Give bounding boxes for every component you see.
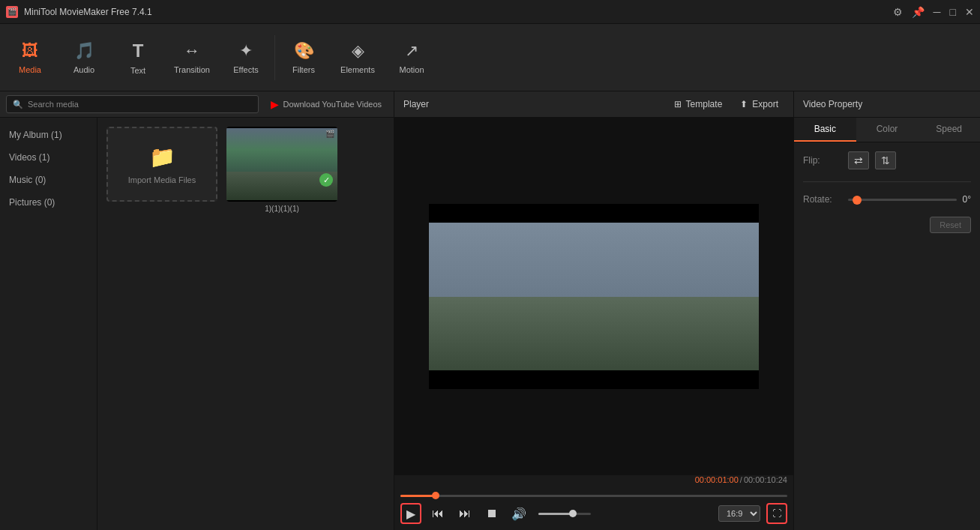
video-thumb-1[interactable]: 🎬 ✓ (226, 127, 337, 202)
time-separator: / (740, 475, 742, 484)
toolbar-media[interactable]: 🖼 Media (3, 28, 57, 88)
rotate-property-row: Rotate: 0° (803, 194, 971, 205)
settings-icon[interactable]: ⚙ (893, 6, 903, 18)
toolbar-divider (274, 35, 275, 80)
volume-slider[interactable] (538, 513, 591, 515)
rotate-value: 0° (963, 194, 971, 205)
media-content: 📁 Import Media Files 🎬 ✓ 1)(1)(1)(1) (97, 118, 394, 530)
main-layout: 🔍 Search media ▶ Download YouTube Videos… (0, 91, 980, 530)
motion-icon: ↗ (405, 41, 418, 61)
search-icon: 🔍 (13, 100, 23, 109)
flip-controls: ⇄ ⇅ (848, 151, 971, 169)
minimize-button[interactable]: ─ (934, 6, 941, 18)
left-panel: 🔍 Search media ▶ Download YouTube Videos… (0, 91, 394, 530)
audio-label: Audio (73, 65, 94, 74)
maximize-button[interactable]: □ (950, 6, 956, 18)
volume-button[interactable]: 🔊 (508, 503, 529, 524)
scene-sky (429, 223, 759, 297)
transition-label: Transition (174, 65, 210, 74)
right-panel: Video Property Basic Color Speed Flip: ⇄… (794, 91, 980, 530)
effects-label: Effects (233, 65, 258, 74)
tab-speed[interactable]: Speed (918, 118, 980, 142)
scene-letterbox-bottom (429, 370, 759, 389)
pin-icon[interactable]: 📌 (912, 6, 925, 18)
fullscreen-button[interactable]: ⛶ (766, 503, 787, 524)
template-icon: ⊞ (674, 99, 682, 109)
right-panel-header: Video Property (794, 91, 980, 118)
media-search-bar: 🔍 Search media ▶ Download YouTube Videos (0, 91, 394, 118)
app-title: MiniTool MovieMaker Free 7.4.1 (24, 7, 152, 17)
player-header-right: ⊞ Template ⬆ Export (668, 96, 784, 112)
search-placeholder: Search media (28, 100, 79, 109)
filters-icon: 🎨 (294, 41, 314, 61)
reset-button[interactable]: Reset (930, 217, 971, 233)
sidebar-item-videos[interactable]: Videos (1) (0, 146, 97, 169)
toolbar-motion[interactable]: ↗ Motion (385, 28, 439, 88)
sidebar-item-my-album[interactable]: My Album (1) (0, 124, 97, 146)
aspect-ratio-select[interactable]: 16:9 4:3 1:1 (718, 505, 760, 522)
volume-track[interactable] (538, 513, 591, 515)
text-label: Text (130, 66, 145, 75)
search-box[interactable]: 🔍 Search media (6, 95, 259, 113)
export-button[interactable]: ⬆ Export (734, 96, 784, 112)
scene-content (429, 223, 759, 370)
export-label: Export (752, 99, 778, 109)
toolbar-filters[interactable]: 🎨 Filters (277, 28, 331, 88)
progress-bar[interactable] (400, 495, 787, 497)
elements-label: Elements (340, 65, 375, 74)
video-scene (429, 204, 759, 389)
toolbar-transition[interactable]: ↔ Transition (165, 28, 219, 88)
flip-property-row: Flip: ⇄ ⇅ (803, 151, 971, 169)
flip-vertical-button[interactable]: ⇅ (875, 151, 896, 169)
toolbar-audio[interactable]: 🎵 Audio (57, 28, 111, 88)
media-icon: 🖼 (22, 41, 38, 61)
stop-button[interactable]: ⏹ (481, 503, 502, 524)
export-icon: ⬆ (740, 99, 748, 109)
tab-basic[interactable]: Basic (794, 118, 856, 142)
effects-icon: ✦ (239, 41, 253, 61)
right-panel-title: Video Property (803, 99, 862, 109)
import-media-button[interactable]: 📁 Import Media Files (106, 127, 217, 202)
time-display: 00:00:01:00 / 00:00:10:24 (400, 475, 787, 484)
folder-icon: 📁 (149, 145, 175, 169)
player-controls: 00:00:01:00 / 00:00:10:24 ▶ ⏮ ⏭ ⏹ 🔊 (394, 475, 793, 530)
download-youtube-button[interactable]: ▶ Download YouTube Videos (265, 95, 388, 113)
sidebar-item-pictures[interactable]: Pictures (0) (0, 191, 97, 214)
media-label: Media (19, 65, 41, 74)
download-label: Download YouTube Videos (283, 100, 382, 109)
scene-letterbox-top (429, 204, 759, 223)
player-video-area (394, 118, 793, 475)
video-thumb-label: 1)(1)(1)(1) (265, 205, 299, 213)
title-bar-left: 🎬 MiniTool MovieMaker Free 7.4.1 (6, 6, 152, 18)
prev-frame-button[interactable]: ⏮ (427, 503, 448, 524)
progress-thumb (432, 492, 439, 499)
flip-horizontal-button[interactable]: ⇄ (848, 151, 869, 169)
player-title: Player (403, 99, 429, 109)
rotate-slider[interactable] (848, 199, 957, 201)
play-button[interactable]: ▶ (400, 503, 421, 524)
tab-color[interactable]: Color (856, 118, 919, 142)
progress-fill (400, 495, 436, 497)
template-button[interactable]: ⊞ Template (668, 96, 729, 112)
next-frame-button[interactable]: ⏭ (454, 503, 475, 524)
toolbar-text[interactable]: T Text (111, 28, 165, 88)
youtube-icon: ▶ (271, 98, 279, 110)
progress-bar-container[interactable] (400, 489, 787, 503)
reset-container: Reset (803, 217, 971, 233)
filters-label: Filters (292, 65, 315, 74)
sidebar-item-music[interactable]: Music (0) (0, 169, 97, 191)
thumb-check-icon: ✓ (319, 173, 333, 187)
scene-ground (429, 297, 759, 371)
rotate-controls: 0° (848, 194, 971, 205)
right-panel-content: Flip: ⇄ ⇅ Rotate: 0° Reset (794, 142, 980, 530)
main-toolbar: 🖼 Media 🎵 Audio T Text ↔ Transition ✦ Ef… (0, 24, 980, 91)
toolbar-elements[interactable]: ◈ Elements (331, 28, 385, 88)
controls-row: ▶ ⏮ ⏭ ⏹ 🔊 16:9 4:3 1:1 ⛶ (400, 503, 787, 524)
close-button[interactable]: ✕ (965, 6, 974, 18)
time-current: 00:00:01:00 (695, 475, 739, 484)
title-bar-controls[interactable]: ⚙ 📌 ─ □ ✕ (893, 6, 974, 18)
rotate-thumb (853, 196, 862, 205)
video-preview (226, 128, 337, 200)
right-panel-tabs: Basic Color Speed (794, 118, 980, 142)
toolbar-effects[interactable]: ✦ Effects (219, 28, 273, 88)
